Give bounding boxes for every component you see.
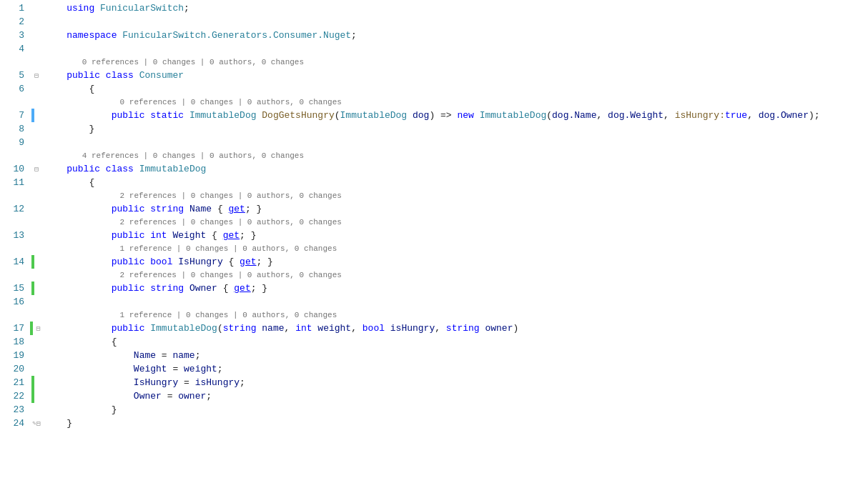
hint-row-13: 2 references | 0 changes | 0 authors, 0 … — [0, 216, 868, 229]
gutter-3 — [30, 29, 43, 42]
token-plain: ; } — [251, 283, 267, 294]
code-content-17: public ImmutableDog(string name, int wei… — [43, 322, 868, 335]
line-num-14: 14 — [0, 255, 30, 269]
token-plain: ; — [206, 391, 212, 402]
gutter-2 — [30, 15, 43, 29]
hint-text-10: 4 references | 0 changes | 0 authors, 0 … — [43, 149, 304, 162]
code-row-20: 20 Weight = weight; — [0, 362, 868, 376]
token-plain: } — [66, 418, 72, 429]
green-bar-21 — [31, 376, 34, 389]
token-plain: ; — [240, 377, 245, 388]
line-num-18: 18 — [0, 335, 30, 349]
fold-btn-10[interactable]: ⊟ — [34, 165, 39, 174]
code-row-2: 2 — [0, 15, 868, 29]
token-plain: { — [217, 283, 234, 294]
green-bar-17 — [30, 322, 33, 335]
token-plain: = — [167, 364, 184, 374]
line-num-4: 4 — [0, 42, 30, 56]
token-prop: IsHungry — [178, 257, 222, 267]
token-plain: } — [112, 404, 117, 415]
gutter-22 — [30, 389, 43, 403]
code-row-4: 4 — [0, 42, 868, 56]
hint-text-17: 1 reference | 0 changes | 0 authors, 0 c… — [43, 309, 337, 322]
token-plain: , — [664, 110, 675, 121]
line-num-24: 24 — [0, 417, 30, 430]
token-plain: ); — [809, 110, 820, 121]
line-num-12: 12 — [0, 202, 30, 216]
green-bar-22 — [31, 389, 34, 403]
token-kw: string — [223, 323, 257, 334]
code-content-12: public string Name { get; } — [43, 202, 868, 216]
token-prop: IsHungry — [134, 377, 178, 388]
token-param: owner — [178, 391, 206, 402]
token-kw: public — [112, 257, 145, 267]
line-num-23: 23 — [0, 403, 30, 417]
token-param: weight — [184, 364, 217, 374]
fold-btn-5[interactable]: ⊟ — [34, 71, 39, 80]
token-kw: get — [229, 204, 245, 214]
code-row-3: 3 namespace FunicularSwitch.Generators.C… — [0, 29, 868, 42]
token-type: ImmutableDog — [340, 110, 408, 121]
code-content-11: { — [43, 176, 868, 189]
token-method: DogGetsHungry — [262, 110, 334, 121]
token-plain — [385, 323, 390, 334]
token-plain: ; } — [245, 204, 262, 214]
code-row-16: 16 — [0, 295, 868, 309]
token-plain — [94, 3, 100, 14]
line-num-1: 1 — [0, 1, 30, 15]
code-row-15: 15 public string Owner { get; } — [0, 282, 868, 295]
gutter-18 — [30, 335, 43, 349]
token-prop: Name — [189, 204, 212, 214]
code-content-20: Weight = weight; — [43, 362, 868, 376]
green-bar-14 — [31, 255, 34, 269]
line-num-21: 21 — [0, 376, 30, 389]
code-row-14: 14 public bool IsHungry { get; } — [0, 255, 868, 269]
hint-row-7: 0 references | 0 changes | 0 authors, 0 … — [0, 96, 868, 109]
hint-row-17: 1 reference | 0 changes | 0 authors, 0 c… — [0, 309, 868, 322]
token-kw: using — [66, 3, 94, 14]
token-prop: Weight — [134, 364, 167, 374]
gutter-24: ✎⊟ — [30, 417, 43, 430]
token-kw: namespace — [66, 30, 117, 41]
token-plain — [134, 70, 139, 81]
token-plain: { — [112, 337, 117, 347]
token-type: ImmutableDog — [150, 323, 217, 334]
token-param: isHungry — [390, 323, 435, 334]
gutter-20 — [30, 362, 43, 376]
token-param: name — [172, 350, 194, 361]
code-content-7: public static ImmutableDog DogGetsHungry… — [43, 109, 868, 122]
fold-btn-17[interactable]: ⊟ — [36, 324, 40, 333]
gutter-7 — [30, 109, 43, 122]
code-row-7: 7 public static ImmutableDog DogGetsHung… — [0, 109, 868, 122]
token-type: ImmutableDog — [189, 110, 257, 121]
code-content-5: public class Consumer — [43, 69, 868, 82]
token-plain — [134, 164, 139, 174]
token-kw: new — [457, 110, 473, 121]
token-plain: ; — [195, 350, 201, 361]
code-row-22: 22 Owner = owner; — [0, 389, 868, 403]
gutter-11 — [30, 176, 43, 189]
token-kw: int — [150, 230, 167, 241]
fold-btn-24[interactable]: ⊟ — [36, 419, 41, 428]
token-plain: ) => — [429, 110, 457, 121]
code-row-23: 23 } — [0, 403, 868, 417]
code-row-12: 12 public string Name { get; } — [0, 202, 868, 216]
code-row-17: 17⊟ public ImmutableDog(string name, int… — [0, 322, 868, 335]
gutter-1 — [30, 1, 43, 15]
code-content-10: public class ImmutableDog — [43, 162, 868, 176]
token-prop: dog.Owner — [759, 110, 809, 121]
gutter-17: ⊟ — [30, 322, 43, 335]
hint-text-15: 2 references | 0 changes | 0 authors, 0 … — [43, 269, 342, 282]
token-plain — [184, 283, 189, 294]
token-plain — [100, 70, 106, 81]
token-kw: public — [66, 70, 100, 81]
gutter-16 — [30, 295, 43, 309]
token-plain: , — [596, 110, 608, 121]
token-kw: public — [112, 323, 145, 334]
token-kw: public — [112, 204, 145, 214]
code-content-13: public int Weight { get; } — [43, 229, 868, 242]
code-row-13: 13 public int Weight { get; } — [0, 229, 868, 242]
token-kw: public — [66, 164, 100, 174]
token-plain: ) — [513, 323, 518, 334]
line-num-8: 8 — [0, 122, 30, 136]
